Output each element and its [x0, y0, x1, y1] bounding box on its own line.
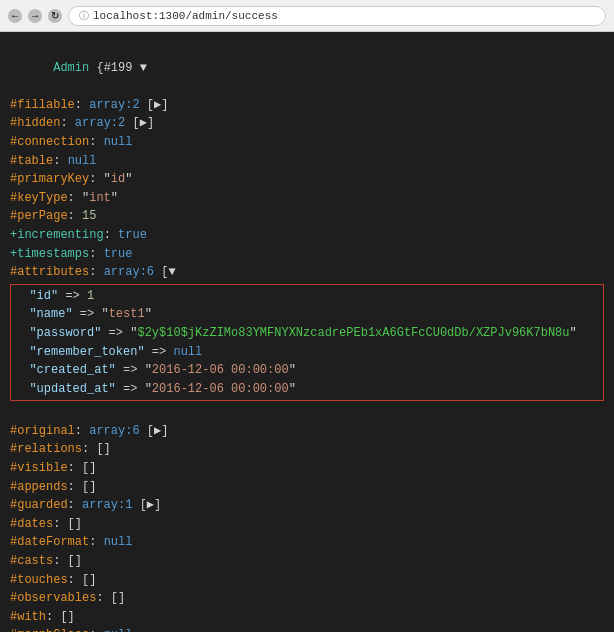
address-bar[interactable]: ⓘ localhost:1300/admin/success: [68, 6, 606, 26]
admin-section: Admin {#199 ▼ #fillable: array:2 [▶] #hi…: [10, 40, 604, 632]
attr-password: "password" => "$2y$10$jKzZIMo83YMFNYXNzc…: [15, 324, 599, 343]
back-button[interactable]: ←: [8, 9, 22, 23]
section1-before-lines: #fillable: array:2 [▶] #hidden: array:2 …: [10, 96, 604, 282]
attr-name: "name" => "test1": [15, 305, 599, 324]
main-content: Admin {#199 ▼ #fillable: array:2 [▶] #hi…: [0, 32, 614, 632]
lock-icon: ⓘ: [79, 9, 89, 23]
forward-button[interactable]: →: [28, 9, 42, 23]
attributes-highlight-box: "id" => 1 "name" => "test1" "password" =…: [10, 284, 604, 402]
attr-remember-token: "remember_token" => null: [15, 343, 599, 362]
section1-title: Admin {#199 ▼: [10, 40, 604, 96]
attr-id: "id" => 1: [15, 287, 599, 306]
attr-updated-at: "updated_at" => "2016-12-06 00:00:00": [15, 380, 599, 399]
section1-after-lines: #original: array:6 [▶] #relations: [] #v…: [10, 403, 604, 632]
attr-created-at: "created_at" => "2016-12-06 00:00:00": [15, 361, 599, 380]
browser-chrome: ← → ↻ ⓘ localhost:1300/admin/success: [0, 0, 614, 32]
refresh-button[interactable]: ↻: [48, 9, 62, 23]
url-text: localhost:1300/admin/success: [93, 10, 278, 22]
